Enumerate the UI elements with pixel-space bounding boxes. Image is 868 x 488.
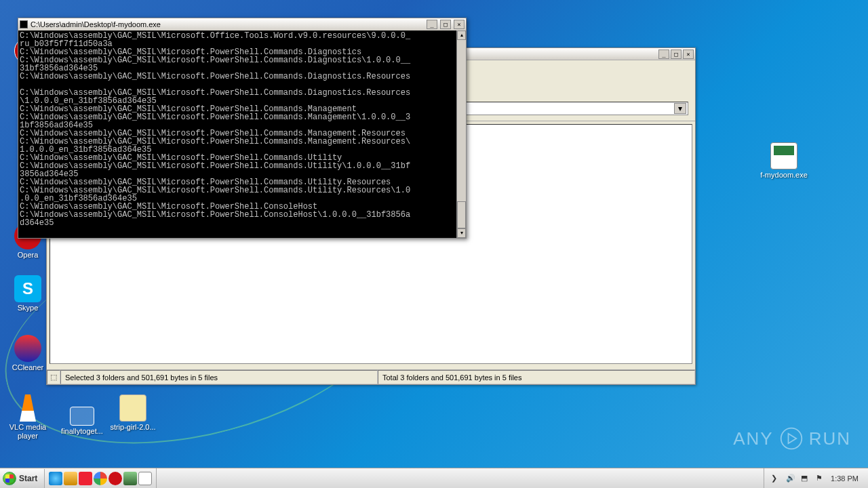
opera-icon[interactable] xyxy=(108,472,122,485)
quick-launch xyxy=(45,468,157,488)
explorer-icon[interactable] xyxy=(64,472,77,485)
start-label: Start xyxy=(19,474,37,483)
network-icon[interactable]: ⬒ xyxy=(801,474,810,483)
console-icon xyxy=(20,20,28,28)
icon-label: Skype xyxy=(3,304,52,312)
tray-expand-icon[interactable]: ❯ xyxy=(771,474,781,483)
scroll-track[interactable] xyxy=(457,40,466,228)
console-title-text: C:\Users\admin\Desktop\f-mydoom.exe xyxy=(31,20,424,28)
desktop-icon-ccleaner[interactable]: CCleaner xyxy=(3,335,52,372)
icon-label: VLC media player xyxy=(3,423,52,441)
chrome-icon[interactable] xyxy=(94,472,107,485)
console-window[interactable]: C:\Users\admin\Desktop\f-mydoom.exe _ □ … xyxy=(18,18,467,239)
console-titlebar[interactable]: C:\Users\admin\Desktop\f-mydoom.exe _ □ … xyxy=(18,18,466,30)
icon-label: f-mydoom.exe xyxy=(760,171,808,180)
volume-icon[interactable]: 🔊 xyxy=(786,474,795,483)
minimize-button[interactable]: _ xyxy=(427,20,437,29)
clock[interactable]: 1:38 PM xyxy=(831,474,861,483)
desktop-icon-stripgirl[interactable]: strip-girl-2.0... xyxy=(108,394,157,432)
acrobat-icon[interactable] xyxy=(79,472,92,485)
minimize-button[interactable]: _ xyxy=(658,49,669,59)
status-icon: ⬚ xyxy=(47,370,60,384)
desktop-icon-folder[interactable]: finallytoget... xyxy=(58,400,106,436)
icon-label: CCleaner xyxy=(3,363,52,372)
taskbar: Start ❯ 🔊 ⬒ ⚑ 1:38 PM xyxy=(0,468,868,488)
maximize-button[interactable]: □ xyxy=(440,20,451,29)
fm-statusbar: ⬚ Selected 3 folders and 501,691 bytes i… xyxy=(47,369,695,384)
console-scrollbar[interactable]: ▴ ▾ xyxy=(456,30,466,238)
desktop-icon-fmydoom[interactable]: f-mydoom.exe xyxy=(760,142,808,180)
scroll-thumb[interactable] xyxy=(457,201,466,228)
icon-label: Opera xyxy=(3,251,52,260)
ie-icon[interactable] xyxy=(49,472,62,485)
desktop-icon-skype[interactable]: SSkype xyxy=(3,275,52,312)
close-button[interactable]: × xyxy=(683,49,694,59)
console-output[interactable]: C:\Windows\assembly\GAC_MSIL\Microsoft.O… xyxy=(18,30,456,238)
play-icon xyxy=(779,426,804,451)
system-tray: ❯ 🔊 ⬒ ⚑ 1:38 PM xyxy=(764,468,868,488)
watermark: ANY RUN xyxy=(733,426,851,451)
status-total: Total 3 folders and 501,691 bytes in 5 f… xyxy=(378,370,695,384)
icon-label: finallytoget... xyxy=(58,427,106,436)
scroll-up-button[interactable]: ▴ xyxy=(457,30,466,40)
icon-label: strip-girl-2.0... xyxy=(108,423,157,432)
close-button[interactable]: × xyxy=(454,20,465,29)
watermark-text: ANY xyxy=(733,428,773,449)
start-button[interactable]: Start xyxy=(0,469,45,488)
watermark-text2: RUN xyxy=(809,428,851,449)
svg-point-0 xyxy=(781,428,802,449)
app-icon[interactable] xyxy=(138,472,152,485)
status-selected: Selected 3 folders and 501,691 bytes in … xyxy=(60,370,378,384)
app-icon[interactable] xyxy=(123,472,137,485)
windows-orb-icon xyxy=(3,472,16,485)
scroll-down-button[interactable]: ▾ xyxy=(457,228,466,238)
maximize-button[interactable]: □ xyxy=(671,49,682,59)
flag-icon[interactable]: ⚑ xyxy=(816,474,825,483)
desktop-icon-vlc[interactable]: VLC media player xyxy=(3,394,52,441)
